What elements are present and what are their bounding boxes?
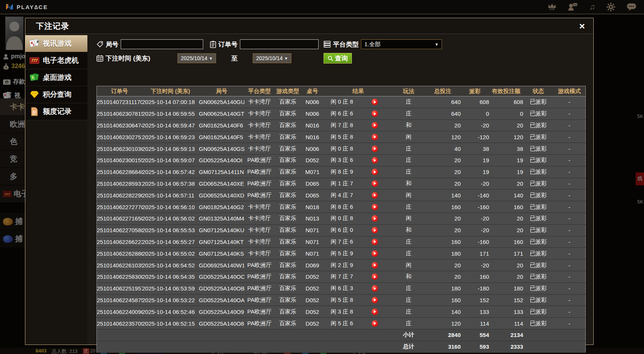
replay-play-button[interactable]: [372, 320, 378, 327]
table-row: 2510140723111702025-10-14 07:00:18GN0062…: [97, 96, 586, 108]
result-wrap: 闲 1 庄 7: [324, 180, 393, 187]
cell-play-type: 庄: [393, 306, 425, 318]
cell-order: 251014062251957: [97, 283, 142, 294]
cell-game-mode: -: [554, 259, 586, 271]
cell-table: D069: [301, 259, 324, 271]
cell-platform: PA欧洲厅: [244, 294, 275, 306]
replay-play-button[interactable]: [372, 99, 378, 105]
cell-round: GD05225A140OC: [199, 271, 244, 283]
cell-platform: PA欧洲厅: [244, 271, 275, 283]
replay-play-button[interactable]: [372, 204, 378, 210]
replay-play-button[interactable]: [372, 134, 378, 140]
sidebar-item-label: 积分查询: [43, 90, 72, 99]
order-filter: 订单号: [210, 39, 319, 49]
cell-total-bet: 20: [425, 154, 461, 166]
replay-play-button[interactable]: [372, 180, 378, 187]
replay-play-button[interactable]: [372, 192, 378, 199]
replay-play-button[interactable]: [372, 239, 378, 245]
cell-table: N018: [301, 201, 324, 213]
sidebar-item-quota-records[interactable]: 额度记录: [25, 103, 87, 120]
cell-game-type: 百家乐: [275, 131, 301, 143]
search-icon: [328, 56, 333, 61]
cell-platform: PA欧洲厅: [244, 259, 275, 271]
dialog-title: 下注记录: [36, 21, 69, 31]
search-button-label: 查询: [335, 54, 348, 63]
replay-play-button[interactable]: [372, 250, 378, 257]
replay-play-button[interactable]: [372, 262, 378, 269]
cell-game-type: 百家乐: [275, 154, 301, 166]
search-group: 查询: [324, 53, 352, 64]
platform-select[interactable]: 1.全部 ▼: [361, 39, 442, 49]
sidebar-item-table-games[interactable]: $ 桌面游戏: [25, 69, 87, 86]
video-games-cards-icon: 9 K: [30, 39, 39, 48]
table-row: 2510140622519572025-10-14 06:53:59GD0522…: [97, 283, 586, 294]
cell-total-bet: 140: [425, 306, 461, 318]
cell-order: 251014062262886: [97, 248, 142, 259]
cell-platform: 卡卡湾厅: [244, 120, 275, 131]
date-to-select[interactable]: 2025/10/14 ▼: [253, 53, 291, 63]
order-input[interactable]: [240, 39, 319, 49]
cell-game-type: 百家乐: [275, 283, 301, 294]
cell-play-type: 庄: [393, 248, 425, 259]
replay-play-button[interactable]: [372, 215, 378, 222]
result-text: 闲 3 庄 8: [324, 308, 360, 315]
cell-table: N006: [301, 96, 324, 108]
replay-play-button[interactable]: [372, 227, 378, 233]
cell-result: 闲 5 庄 8: [324, 131, 393, 143]
cell-payout: 152: [461, 294, 489, 306]
cell-payout: -120: [461, 131, 489, 143]
cell-time: 2025-10-14 06:53:59: [142, 283, 199, 294]
cell-valid-bet: 20: [489, 178, 523, 189]
table-row: 2510140623027512025-10-14 06:59:23GN0162…: [97, 131, 586, 143]
sidebar-item-video-games[interactable]: 9 K 视讯游戏: [25, 35, 87, 52]
support-icon[interactable]: [568, 2, 578, 11]
replay-play-button[interactable]: [372, 297, 378, 303]
replay-play-button[interactable]: [372, 122, 378, 129]
col-result: 结果: [324, 86, 393, 96]
cell-total-bet: 160: [425, 294, 461, 306]
sidebar-item-label: 视讯游戏: [43, 39, 72, 48]
result-wrap: 闲 7 庄 7: [324, 273, 393, 280]
cell-game-type: 百家乐: [275, 120, 301, 131]
replay-play-button[interactable]: [372, 169, 378, 175]
sidebar-item-points-query[interactable]: 积分查询: [25, 86, 87, 103]
close-icon[interactable]: ×: [579, 21, 585, 31]
table-row: 2510140622458752025-10-14 06:53:22GD0522…: [97, 294, 586, 306]
result-wrap: 闲 0 庄 8: [324, 145, 393, 152]
cell-time: 2025-10-14 06:52:15: [142, 318, 199, 329]
music-icon[interactable]: ♫: [589, 3, 595, 11]
cell-payout: 0: [461, 108, 489, 120]
sidebar-item-slots[interactable]: 777 电子老虎机: [25, 52, 87, 69]
chat-icon[interactable]: [627, 3, 636, 11]
cell-total-bet: 180: [425, 248, 461, 259]
round-input[interactable]: [121, 39, 203, 49]
date-from-select[interactable]: 2025/10/14 ▼: [177, 53, 216, 63]
vip-icon[interactable]: VIP: [548, 3, 557, 11]
settings-icon[interactable]: [607, 3, 615, 11]
cell-game-mode: -: [554, 108, 586, 120]
play-icon: [374, 217, 376, 220]
search-button[interactable]: 查询: [324, 53, 352, 64]
cell-valid-bet: 171: [489, 248, 523, 259]
dialog-side-menu: 9 K 视讯游戏 777 电子老虎机: [25, 35, 87, 120]
replay-play-button[interactable]: [372, 146, 378, 152]
replay-play-button[interactable]: [372, 309, 378, 315]
replay-play-button[interactable]: [372, 110, 378, 117]
cell-status: 已派彩: [523, 306, 554, 318]
play-icon: [374, 275, 376, 278]
table-games-cards-icon: $: [30, 73, 39, 82]
cell-total-bet: 20: [425, 271, 461, 283]
cell-time: 2025-10-14 06:55:27: [142, 236, 199, 248]
result-text: 闲 6 庄 6: [324, 110, 360, 117]
replay-play-button[interactable]: [372, 157, 378, 163]
replay-play-button[interactable]: [372, 273, 378, 280]
replay-play-button[interactable]: [372, 285, 378, 292]
cell-result: 闲 7 庄 6: [324, 236, 393, 248]
cell-game-mode: -: [554, 306, 586, 318]
cell-total-bet: 20: [425, 166, 461, 178]
cell-time: 2025-10-14 06:52:46: [142, 306, 199, 318]
result-text: 闲 3 庄 6: [324, 157, 360, 164]
cell-game-mode: -: [554, 224, 586, 236]
col-valid-bet: 有效投注额: [489, 86, 523, 96]
cell-valid-bet: 19: [489, 154, 523, 166]
